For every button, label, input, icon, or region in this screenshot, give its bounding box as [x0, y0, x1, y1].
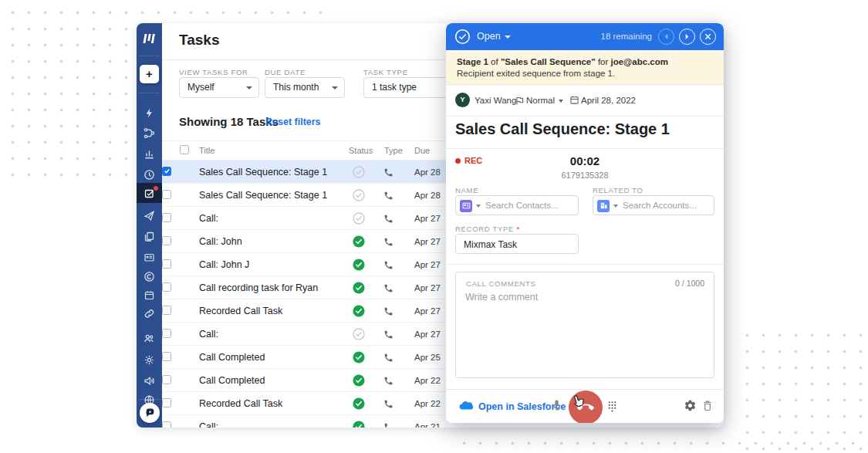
- comment-textarea[interactable]: [465, 292, 706, 373]
- id-card-icon[interactable]: [137, 247, 162, 267]
- character-counter: 0 / 1000: [675, 279, 704, 288]
- column-header-type[interactable]: Type: [384, 146, 403, 155]
- row-checkbox[interactable]: [162, 375, 171, 384]
- call-type-icon: [383, 421, 393, 428]
- status-cell: [353, 397, 365, 410]
- call-type-icon: [383, 282, 393, 296]
- copyright-icon[interactable]: [137, 266, 162, 286]
- gear-icon[interactable]: [137, 350, 162, 370]
- due-date-select[interactable]: This month: [265, 77, 345, 98]
- task-type-select[interactable]: 1 task type: [363, 77, 456, 98]
- row-checkbox[interactable]: [162, 421, 171, 428]
- megaphone-icon[interactable]: [137, 370, 162, 390]
- priority-dropdown[interactable]: Normal: [526, 96, 555, 105]
- status-open-icon: [353, 328, 365, 340]
- sidebar-divider: [140, 56, 159, 56]
- row-checkbox[interactable]: [162, 352, 171, 361]
- previous-task-button[interactable]: [658, 29, 674, 45]
- status-cell: [353, 305, 365, 317]
- dot-pattern: [451, 431, 868, 453]
- chevron-down-icon[interactable]: [476, 205, 481, 208]
- calendar-icon[interactable]: [137, 285, 162, 305]
- column-header-status[interactable]: Status: [349, 146, 373, 155]
- bar-chart-icon[interactable]: [137, 144, 162, 164]
- record-type-label: RECORD TYPE *: [455, 225, 520, 233]
- column-header-title[interactable]: Title: [199, 146, 214, 155]
- chevron-down-icon: [246, 86, 252, 90]
- task-type-value: 1 task type: [372, 82, 417, 93]
- status-done-icon: [353, 397, 365, 410]
- chevron-down-icon[interactable]: [613, 205, 618, 208]
- status-open-icon: [353, 212, 365, 225]
- next-task-button[interactable]: [679, 29, 695, 45]
- dot-pattern: [0, 0, 133, 187]
- row-checkbox[interactable]: [162, 282, 171, 292]
- required-asterisk: *: [517, 225, 520, 233]
- chevron-down-icon: [505, 35, 511, 39]
- row-checkbox[interactable]: [162, 398, 171, 407]
- complete-task-icon[interactable]: [454, 29, 471, 48]
- dialpad-icon[interactable]: [606, 400, 618, 416]
- row-checkbox[interactable]: [162, 190, 171, 199]
- status-done-icon: [353, 351, 365, 363]
- task-title-cell: Call:: [199, 421, 218, 428]
- task-title-cell: Call: John: [199, 236, 242, 247]
- microphone-icon[interactable]: [550, 399, 563, 415]
- phone-number: 6179135328: [446, 171, 724, 180]
- status-cell: [353, 282, 365, 294]
- people-icon[interactable]: [137, 328, 162, 348]
- record-type-field[interactable]: Mixmax Task: [455, 234, 579, 254]
- row-checkbox[interactable]: [162, 329, 171, 338]
- status-done-icon: [353, 374, 365, 387]
- banner-email: joe@abc.com: [611, 57, 669, 66]
- column-header-due[interactable]: Due: [414, 146, 430, 155]
- row-checkbox[interactable]: [162, 259, 171, 269]
- mixmax-logo-icon[interactable]: [137, 32, 162, 48]
- status-cell: [353, 235, 365, 248]
- call-type-icon: [383, 398, 393, 412]
- select-all-checkbox[interactable]: [180, 145, 189, 154]
- status-dropdown[interactable]: Open: [477, 31, 511, 42]
- row-checkbox[interactable]: [162, 306, 171, 315]
- sequence-icon[interactable]: [137, 123, 162, 143]
- record-type-value: Mixmax Task: [464, 239, 517, 250]
- detail-footer: Open in Salesforce: [446, 389, 724, 423]
- status-cell: [353, 351, 365, 363]
- send-icon[interactable]: [137, 205, 162, 225]
- reset-filters-link[interactable]: Reset filters: [265, 117, 321, 127]
- call-type-icon: [383, 375, 393, 389]
- related-to-search-field[interactable]: [593, 195, 714, 215]
- chat-button[interactable]: [140, 403, 160, 423]
- banner-text: of: [488, 57, 501, 66]
- close-button[interactable]: [700, 29, 716, 45]
- name-search-field[interactable]: [455, 195, 579, 215]
- search-contacts-input[interactable]: [485, 196, 575, 215]
- status-cell: [353, 212, 365, 225]
- row-checkbox[interactable]: [162, 213, 171, 222]
- task-title-cell: Call:: [199, 213, 218, 224]
- filter-label-due-date: DUE DATE: [265, 68, 306, 76]
- settings-gear-icon[interactable]: [684, 399, 697, 415]
- due-date-value[interactable]: April 28, 2022: [581, 96, 636, 105]
- search-accounts-input[interactable]: [623, 196, 711, 215]
- status-done-icon: [353, 259, 365, 271]
- status-cell: [353, 189, 365, 201]
- status-done-icon: [353, 421, 365, 428]
- bolt-icon[interactable]: [137, 103, 162, 123]
- row-checkbox[interactable]: [162, 236, 171, 245]
- call-type-icon: [383, 213, 393, 227]
- task-title-cell: Call recording task for Ryan: [199, 282, 318, 293]
- compose-button[interactable]: +: [140, 65, 159, 83]
- avatar[interactable]: Y: [455, 93, 470, 107]
- copy-icon[interactable]: [137, 226, 162, 246]
- sidebar-divider: [140, 399, 159, 400]
- row-checkbox[interactable]: [162, 167, 171, 176]
- view-tasks-for-select[interactable]: Myself: [179, 77, 259, 98]
- clock-icon[interactable]: [137, 164, 162, 184]
- owner-name: Yaxi Wang: [475, 96, 516, 105]
- call-timer: 00:02: [446, 154, 724, 167]
- tasks-icon[interactable]: [137, 183, 162, 203]
- link-icon[interactable]: [137, 303, 162, 323]
- screenshot-root: +: [0, 0, 868, 453]
- trash-icon[interactable]: [701, 399, 714, 415]
